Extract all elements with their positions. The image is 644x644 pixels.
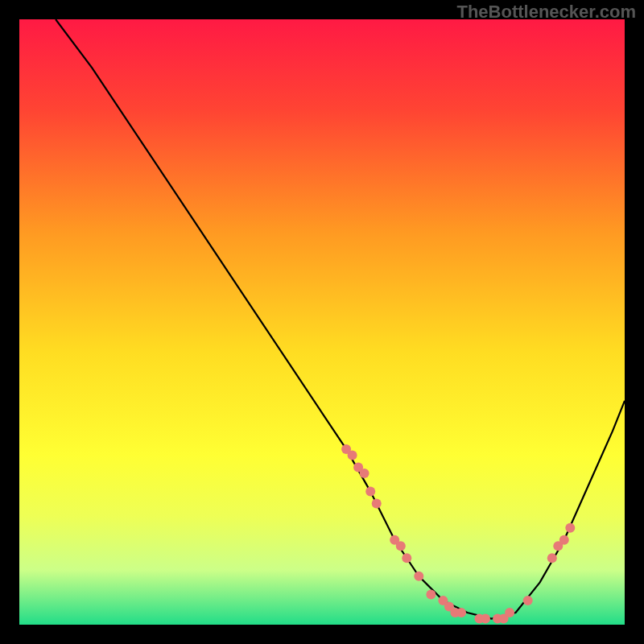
chart-background xyxy=(19,19,625,625)
data-point xyxy=(396,541,406,551)
data-point xyxy=(481,614,490,624)
data-point xyxy=(365,487,375,497)
data-point xyxy=(360,469,369,478)
data-point xyxy=(559,535,569,545)
data-point xyxy=(414,572,423,581)
data-point xyxy=(348,450,357,460)
data-point xyxy=(402,553,411,563)
data-point xyxy=(505,608,514,617)
chart-svg xyxy=(19,19,625,625)
data-point xyxy=(547,553,557,563)
data-point xyxy=(565,523,575,533)
data-point xyxy=(523,596,533,605)
data-point xyxy=(426,589,436,599)
chart-container xyxy=(19,19,625,625)
watermark-text: TheBottlenecker.com xyxy=(456,2,636,23)
data-point xyxy=(372,499,382,509)
data-point xyxy=(456,608,466,617)
